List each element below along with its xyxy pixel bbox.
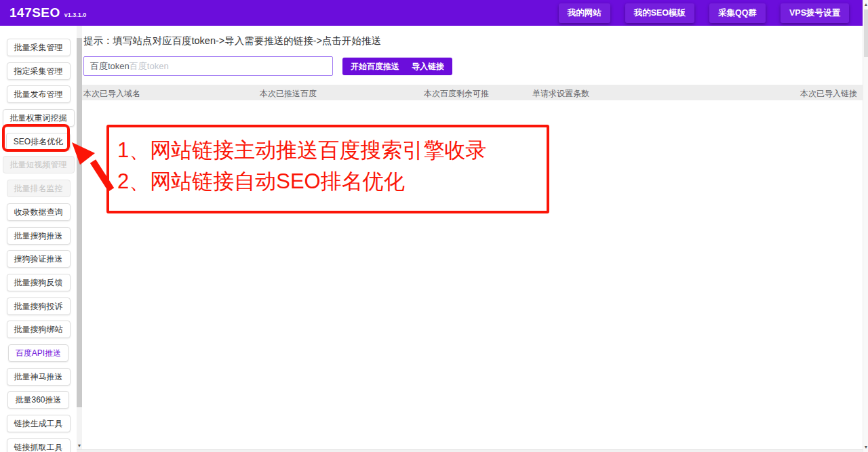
sidebar-item-10[interactable]: 批量搜狗反馈 [7, 274, 71, 291]
import-links-button[interactable]: 导入链接 [403, 58, 452, 75]
topbar-menu-item-2[interactable]: 采集QQ群 [709, 3, 766, 23]
sidebar-item-11[interactable]: 批量搜狗投诉 [7, 297, 71, 315]
table-header-row: 本次已导入域名本次已推送百度本次百度剩余可推单请求设置条数本次已导入链接 [82, 85, 863, 100]
sidebar-item-8[interactable]: 批量搜狗推送 [7, 227, 71, 245]
sidebar-scrollbar-thumb[interactable] [77, 38, 82, 407]
sidebar-item-17[interactable]: 链接抓取工具 [7, 438, 71, 452]
hint-text: 提示：填写站点对应百度token->导入需要推送的链接->点击开始推送 [83, 35, 381, 47]
table-header-col-1: 本次已推送百度 [260, 88, 317, 100]
topbar-menu-item-3[interactable]: VPS拨号设置 [781, 3, 849, 23]
sidebar-item-14[interactable]: 批量神马推送 [7, 368, 71, 386]
topbar-menu: 我的网站我的SEO模版采集QQ群VPS拨号设置 [559, 3, 863, 23]
sidebar-item-5: 批量短视频管理 [3, 156, 75, 173]
window-scrollbar[interactable]: ▲ ▼ [863, 0, 868, 452]
brand-version: v1.3.1.0 [64, 12, 87, 18]
table-header-col-2: 本次百度剩余可推 [424, 88, 489, 100]
table-header-col-4: 本次已导入链接 [800, 88, 857, 100]
token-input-label: 百度token [90, 60, 130, 73]
sidebar-item-0[interactable]: 批量采集管理 [7, 39, 71, 56]
sidebar-item-9[interactable]: 搜狗验证推送 [7, 250, 71, 268]
sidebar-item-2[interactable]: 批量发布管理 [7, 85, 71, 103]
sidebar-item-13[interactable]: 百度API推送 [8, 344, 68, 362]
sidebar-item-1[interactable]: 指定采集管理 [7, 62, 71, 80]
baidu-token-input[interactable]: 百度token百度token [83, 56, 333, 76]
sidebar-item-3[interactable]: 批量权重词挖掘 [3, 109, 75, 127]
app-window: 147SEO v1.3.1.0 我的网站我的SEO模版采集QQ群VPS拨号设置 … [0, 0, 868, 452]
topbar: 147SEO v1.3.1.0 我的网站我的SEO模版采集QQ群VPS拨号设置 [0, 0, 863, 26]
window-scrollbar-thumb[interactable] [864, 9, 868, 57]
sidebar-scrollbar[interactable]: ▼ [77, 26, 82, 452]
brand-logo: 147SEO v1.3.1.0 [0, 5, 86, 20]
topbar-menu-item-0[interactable]: 我的网站 [559, 3, 610, 23]
sidebar-item-6: 批量排名监控 [7, 180, 71, 197]
start-baidu-push-button[interactable]: 开始百度推送 [342, 58, 408, 75]
sidebar-item-16[interactable]: 链接生成工具 [7, 415, 71, 432]
window-scroll-down-icon[interactable]: ▼ [863, 445, 868, 449]
table-header-col-3: 单请求设置条数 [532, 88, 589, 100]
brand-name: 147SEO [9, 5, 60, 20]
sidebar-item-4[interactable]: SEO排名优化 [6, 133, 71, 150]
horizontal-scrollbar[interactable] [77, 449, 863, 452]
table-body-empty [82, 100, 863, 452]
sidebar-scroll-down-icon[interactable]: ▼ [77, 443, 82, 448]
sidebar-item-7[interactable]: 收录数据查询 [7, 203, 71, 221]
table-header-col-0: 本次已导入域名 [83, 88, 140, 100]
topbar-menu-item-1[interactable]: 我的SEO模版 [625, 3, 694, 23]
sidebar: 批量采集管理指定采集管理批量发布管理批量权重词挖掘SEO排名优化批量短视频管理批… [0, 26, 77, 452]
window-scroll-up-icon[interactable]: ▲ [863, 2, 868, 7]
main-content: 提示：填写站点对应百度token->导入需要推送的链接->点击开始推送 百度to… [82, 26, 863, 452]
sidebar-item-15[interactable]: 批量360推送 [7, 391, 68, 409]
sidebar-item-12[interactable]: 批量搜狗绑站 [7, 321, 71, 338]
token-input-placeholder: 百度token [130, 60, 169, 73]
